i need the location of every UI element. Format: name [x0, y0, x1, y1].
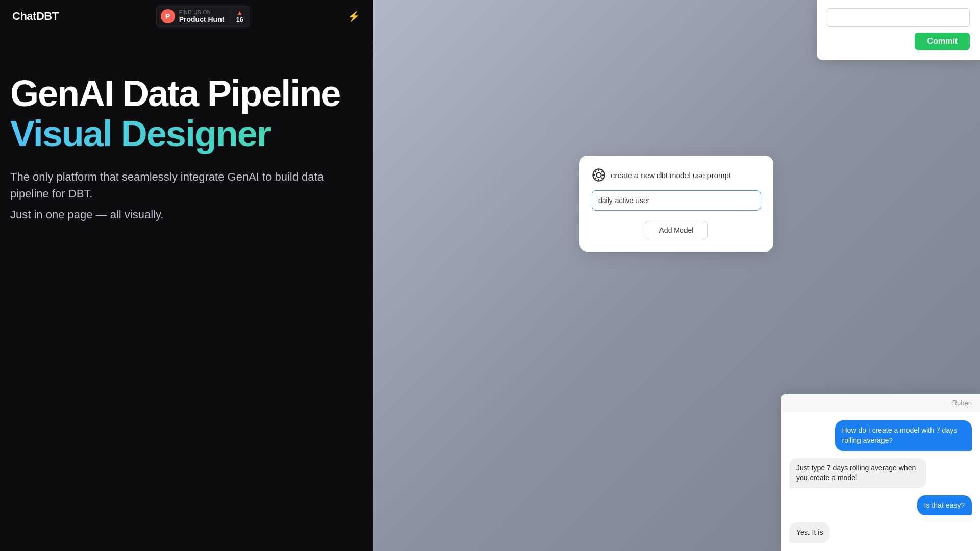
hero-description: The only platform that seamlessly integr…	[10, 168, 327, 202]
model-card-header: create a new dbt model use prompt	[592, 168, 761, 182]
chat-message-1: How do I create a model with 7 days roll…	[835, 420, 972, 450]
upvote-arrow-icon: ▲	[237, 10, 243, 16]
hero-title-line2: Visual Designer	[10, 114, 362, 154]
product-hunt-badge[interactable]: P FIND US ON Product Hunt ▲ 16	[156, 6, 250, 27]
commit-input[interactable]	[827, 8, 970, 27]
model-name-input[interactable]	[592, 190, 761, 211]
chat-message-2: Just type 7 days rolling average when yo…	[789, 458, 926, 488]
product-hunt-name: Product Hunt	[179, 15, 225, 23]
find-us-label: FIND US ON	[179, 10, 225, 15]
add-model-button[interactable]: Add Model	[645, 221, 708, 239]
hero-tagline: Just in one page — all visually.	[10, 206, 362, 223]
left-panel: ChatDBT P FIND US ON Product Hunt ▲ 16 ⚡…	[0, 0, 373, 551]
product-hunt-votes: ▲ 16	[230, 10, 243, 23]
hero-title-line1: GenAI Data Pipeline	[10, 73, 362, 114]
chat-message-4: Yes. It is	[789, 522, 830, 543]
product-hunt-icon: P	[161, 9, 175, 23]
openai-icon	[592, 168, 606, 182]
chat-message-3: Is that easy?	[917, 495, 972, 516]
vote-count: 16	[236, 16, 243, 23]
navbar: ChatDBT P FIND US ON Product Hunt ▲ 16 ⚡	[0, 0, 373, 33]
hero-section: GenAI Data Pipeline Visual Designer The …	[0, 33, 373, 223]
model-card: create a new dbt model use prompt Add Mo…	[579, 156, 773, 252]
logo: ChatDBT	[12, 10, 59, 23]
commit-card: Commit	[817, 0, 980, 60]
chat-messages: How do I create a model with 7 days roll…	[781, 412, 980, 551]
chat-header: Ruben	[781, 394, 980, 412]
product-hunt-text: FIND US ON Product Hunt	[179, 10, 225, 23]
right-panel: Commit create a new dbt model use prompt…	[373, 0, 980, 551]
lightning-icon: ⚡	[348, 10, 360, 22]
model-card-title: create a new dbt model use prompt	[611, 171, 731, 180]
chat-card: Ruben How do I create a model with 7 day…	[781, 394, 980, 551]
chat-user-name: Ruben	[952, 399, 972, 407]
commit-button[interactable]: Commit	[915, 33, 970, 50]
